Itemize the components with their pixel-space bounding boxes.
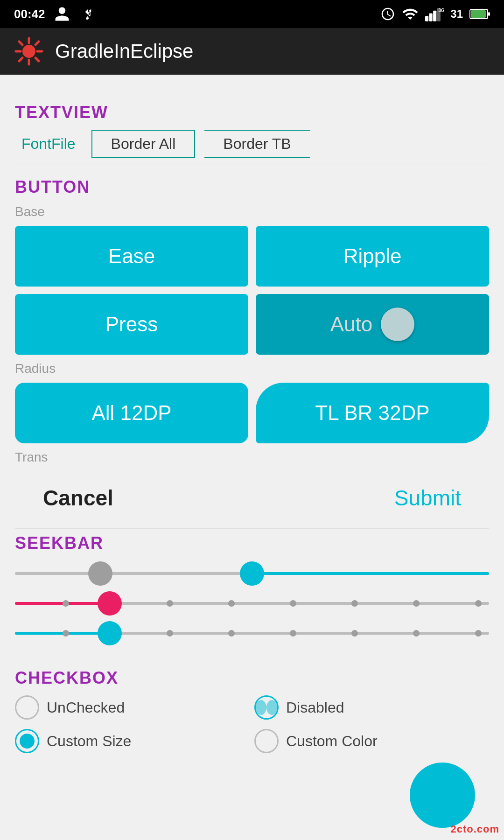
status-bar: 00:42 3G 31 [0,0,504,28]
svg-rect-6 [471,10,486,18]
fontfile-link[interactable]: FontFile [15,132,82,156]
tick3-3 [228,630,235,637]
signal-icon: 3G [425,7,444,21]
tick3-6 [413,630,420,637]
status-left: 00:42 [14,6,96,22]
border-tb-label: Border TB [204,130,309,158]
status-time: 00:42 [14,7,45,21]
fab-button[interactable] [410,763,475,828]
checkbox-section-label: CHECKBOX [15,668,489,688]
tick3-2 [167,630,173,637]
wifi-icon [402,6,419,22]
divider-2 [15,528,489,529]
border-all-label: Border All [91,130,196,158]
svg-text:3G: 3G [439,8,444,13]
main-content: TEXTVIEW FontFile Border All Border TB B… [0,75,504,840]
alarm-icon [380,7,395,21]
seekbar-1-mid-track [100,572,252,575]
svg-rect-0 [425,16,428,21]
seekbar-1-wrap[interactable] [15,564,489,583]
checkbox-disabled-label: Disabled [286,699,344,716]
svg-line-14 [35,58,39,61]
battery-icon [469,7,490,21]
seekbar-3-thumb [98,621,122,645]
tick-7 [475,600,482,607]
status-right: 3G 31 [380,6,490,22]
tl-br-32dp-button[interactable]: TL BR 32DP [256,383,489,443]
tick-1 [63,600,69,607]
battery-level: 31 [450,7,463,21]
checkbox-grid: UnChecked Disabled Custom Size Custom Co… [15,695,489,753]
divider-3 [15,654,489,654]
press-button[interactable]: Press [15,294,248,355]
checkbox-custom-size[interactable]: Custom Size [15,729,250,753]
svg-line-13 [19,42,22,45]
radius-sub-label: Radius [15,361,489,376]
cancel-button[interactable]: Cancel [43,485,113,511]
seekbar-1-right-thumb [240,561,264,586]
svg-rect-2 [433,11,436,21]
app-logo-icon [14,36,44,66]
app-bar: GradleInEclipse [0,28,504,75]
tick3-4 [290,630,296,637]
checkbox-disabled-fill [256,700,266,715]
trans-row: Cancel Submit [15,471,489,525]
fab-container [15,758,489,833]
seekbar-row-3 [15,624,489,643]
tick3-5 [351,630,358,637]
checkbox-custom-color-circle [254,729,279,753]
tick-2 [167,600,173,607]
ease-button[interactable]: Ease [15,226,248,287]
person-icon [54,6,70,22]
button-section-label: BUTTON [15,177,489,197]
tick3-1 [63,630,69,637]
submit-button[interactable]: Submit [394,485,461,511]
checkbox-disabled[interactable]: Disabled [254,695,489,720]
checkbox-custom-size-label: Custom Size [47,733,131,750]
divider-1 [15,163,489,163]
seekbar-1-right-track [252,572,489,575]
trans-sub-label: Trans [15,450,489,465]
seekbar-row-1 [15,564,489,583]
watermark: 2cto.com [450,823,499,835]
checkbox-unchecked-circle [15,695,39,720]
seekbar-1-left-track [15,572,100,575]
checkbox-custom-color[interactable]: Custom Color [254,729,489,753]
seekbar-2-thumb [98,591,122,616]
seekbar-3-wrap[interactable] [15,624,489,643]
tick3-7 [475,630,482,637]
tick-6 [413,600,420,607]
svg-rect-1 [429,14,433,21]
tick-4 [290,600,296,607]
ripple-button[interactable]: Ripple [256,226,489,287]
seekbar-section-label: SEEKBAR [15,533,489,553]
button-grid-radius: All 12DP TL BR 32DP [15,383,489,443]
app-title: GradleInEclipse [55,40,193,63]
usb-icon [79,6,96,22]
seekbar-2-wrap[interactable] [15,594,489,613]
seekbar-1-left-thumb [88,561,112,586]
svg-line-16 [19,58,22,61]
button-grid-base: Ease Ripple Press Auto [15,226,489,355]
auto-button-overlay [256,294,489,355]
svg-point-8 [22,45,35,58]
svg-rect-7 [488,12,490,16]
auto-button[interactable]: Auto [256,294,489,355]
tick-3 [228,600,235,607]
checkbox-disabled-circle [254,695,279,720]
checkbox-unchecked-label: UnChecked [47,699,125,716]
checkbox-unchecked[interactable]: UnChecked [15,695,250,720]
textview-row: FontFile Border All Border TB [15,130,489,158]
checkbox-custom-size-circle [15,729,39,753]
seekbar-row-2 [15,594,489,613]
checkbox-custom-color-label: Custom Color [286,733,378,750]
base-sub-label: Base [15,204,489,219]
tick-5 [351,600,358,607]
textview-section-label: TEXTVIEW [15,103,489,122]
svg-line-15 [35,42,39,45]
all-12dp-button[interactable]: All 12DP [15,383,248,443]
